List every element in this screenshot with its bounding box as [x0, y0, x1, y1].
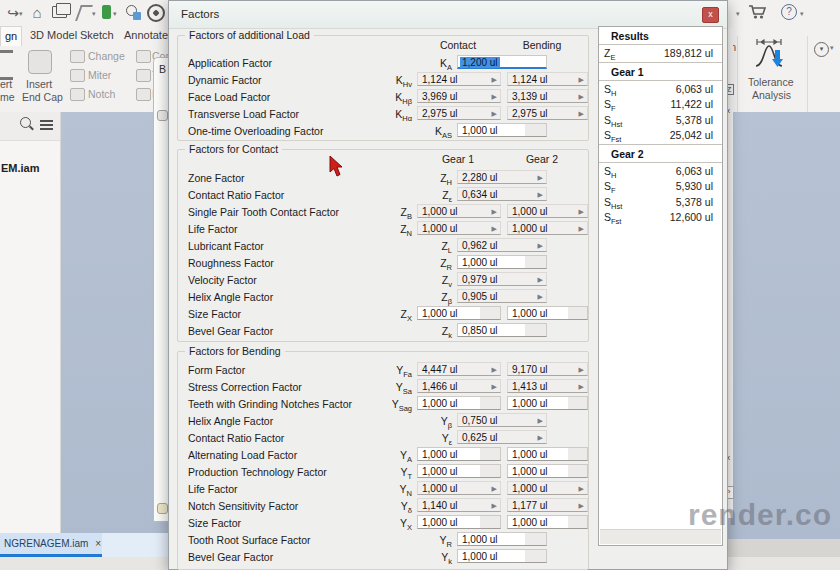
flyout-arrow-icon[interactable]: ▶: [492, 485, 497, 493]
factor-field[interactable]: 1,000 ul: [507, 447, 588, 461]
factor-field[interactable]: 1,000 ul: [507, 306, 588, 320]
flyout-arrow-icon[interactable]: ▶: [579, 366, 584, 374]
tab-design[interactable]: gn: [0, 26, 22, 46]
flyout-arrow-icon[interactable]: ▶: [492, 208, 497, 216]
flyout-arrow-icon[interactable]: ▶: [538, 276, 543, 284]
tab-3d-model[interactable]: 3D Model: [26, 26, 81, 45]
factor-field[interactable]: 1,000 ul: [457, 255, 547, 269]
factor-field[interactable]: 4,447 ul▶: [417, 362, 501, 376]
trim-icon[interactable]: [136, 69, 151, 82]
walk-icon[interactable]: [75, 5, 93, 21]
factor-field[interactable]: 1,000 ul: [417, 396, 501, 410]
close-tab-icon[interactable]: ×: [95, 538, 101, 549]
factor-field[interactable]: 0,625 ul▶: [457, 430, 547, 444]
flyout-arrow-icon[interactable]: ▶: [538, 242, 543, 250]
flyout-arrow-icon[interactable]: ▶: [492, 110, 497, 118]
factor-field[interactable]: 0,850 ul: [457, 323, 547, 337]
factor-field[interactable]: 1,000 ul: [417, 464, 501, 478]
change-button[interactable]: Change: [88, 50, 125, 62]
dropdown-icon[interactable]: ▾: [736, 10, 740, 18]
flyout-arrow-icon[interactable]: ▶: [538, 417, 543, 425]
factor-field[interactable]: 1,413 ul▶: [507, 379, 588, 393]
tab-sketch[interactable]: Sketch: [76, 26, 118, 45]
notch-button[interactable]: Notch: [88, 88, 115, 100]
factor-field[interactable]: 1,000 ul: [417, 447, 501, 461]
dialog-title-bar[interactable]: Factors x: [169, 1, 727, 29]
dropdown-icon[interactable]: ▾: [92, 10, 96, 18]
factor-field[interactable]: 3,969 ul▶: [417, 89, 501, 103]
flyout-arrow-icon[interactable]: ▶: [579, 225, 584, 233]
wheel-icon[interactable]: [147, 4, 165, 22]
document-tab[interactable]: NGRENAGEM.iam ×: [0, 533, 102, 557]
factor-field[interactable]: 1,000 ul▶: [417, 221, 501, 235]
ribbon-collapse-icon[interactable]: ▾: [814, 42, 829, 57]
close-icon[interactable]: x: [702, 7, 719, 23]
lengthen-icon[interactable]: [136, 88, 151, 101]
factor-field[interactable]: 1,000 ul: [507, 464, 588, 478]
flyout-arrow-icon[interactable]: ▶: [492, 383, 497, 391]
corner-joint-icon[interactable]: [136, 50, 151, 63]
flyout-arrow-icon[interactable]: ▶: [579, 502, 584, 510]
tab-annotate[interactable]: Annotate: [120, 26, 172, 45]
factor-field[interactable]: 3,139 ul▶: [507, 89, 588, 103]
factor-field[interactable]: 1,000 ul: [457, 549, 547, 563]
material-icon[interactable]: [102, 5, 111, 19]
factor-field[interactable]: 1,000 ul: [457, 532, 547, 546]
factor-field[interactable]: 1,000 ul▶: [507, 204, 588, 218]
factor-field[interactable]: 2,280 ul▶: [457, 170, 547, 184]
factor-field[interactable]: 9,170 ul▶: [507, 362, 588, 376]
factor-field[interactable]: 0,905 ul▶: [457, 289, 547, 303]
flyout-arrow-icon[interactable]: ▶: [579, 76, 584, 84]
factor-field[interactable]: 1,000 ul▶: [417, 204, 501, 218]
factor-field[interactable]: 1,140 ul▶: [417, 498, 501, 512]
flyout-arrow-icon[interactable]: ▶: [579, 208, 584, 216]
menu-icon[interactable]: [40, 120, 53, 130]
insert-end-cap-icon[interactable]: [28, 50, 52, 74]
factor-field[interactable]: 1,466 ul▶: [417, 379, 501, 393]
flyout-arrow-icon[interactable]: ▶: [492, 366, 497, 374]
factor-field[interactable]: 0,634 ul▶: [457, 187, 547, 201]
help-icon[interactable]: ?: [781, 4, 797, 20]
tolerance-analysis-button[interactable]: Analysis: [752, 89, 791, 101]
flyout-arrow-icon[interactable]: ▶: [492, 225, 497, 233]
flyout-arrow-icon[interactable]: ▶: [492, 502, 497, 510]
factor-field[interactable]: 1,000 ul: [457, 123, 547, 137]
factor-field[interactable]: 0,962 ul▶: [457, 238, 547, 252]
flyout-arrow-icon[interactable]: ▶: [492, 93, 497, 101]
copy-folders-icon[interactable]: [56, 3, 71, 15]
factor-field[interactable]: 0,750 ul▶: [457, 413, 547, 427]
flyout-arrow-icon[interactable]: ▶: [579, 383, 584, 391]
dropdown-icon[interactable]: ▾: [830, 44, 834, 52]
home-icon[interactable]: ⌂: [28, 4, 46, 22]
flyout-arrow-icon[interactable]: ▶: [492, 76, 497, 84]
cart-icon[interactable]: [748, 4, 768, 20]
tolerance-analysis-button[interactable]: Tolerance: [748, 76, 794, 88]
miter-icon[interactable]: [70, 69, 85, 82]
factor-field[interactable]: 1,200 ul: [457, 55, 547, 69]
flyout-arrow-icon[interactable]: ▶: [579, 93, 584, 101]
factor-field[interactable]: 2,975 ul▶: [507, 106, 588, 120]
factor-field[interactable]: 1,000 ul: [417, 515, 501, 529]
factor-field[interactable]: 1,124 ul▶: [417, 72, 501, 86]
dropdown-icon[interactable]: ▾: [19, 10, 23, 18]
search-icon[interactable]: [20, 117, 31, 128]
factor-field[interactable]: 1,000 ul▶: [507, 221, 588, 235]
change-icon[interactable]: [70, 50, 85, 63]
factor-field[interactable]: 1,000 ul▶: [417, 481, 501, 495]
dropdown-icon[interactable]: ▾: [800, 10, 804, 18]
factor-field[interactable]: 1,124 ul▶: [507, 72, 588, 86]
flyout-arrow-icon[interactable]: ▶: [538, 191, 543, 199]
factor-field[interactable]: 1,000 ul▶: [507, 481, 588, 495]
factor-field[interactable]: 1,000 ul: [507, 515, 588, 529]
flyout-arrow-icon[interactable]: ▶: [538, 293, 543, 301]
factor-field[interactable]: 0,979 ul▶: [457, 272, 547, 286]
insert-frame-icon[interactable]: [0, 50, 13, 80]
factor-field[interactable]: 1,000 ul: [417, 306, 501, 320]
factor-field[interactable]: 1,177 ul▶: [507, 498, 588, 512]
dropdown-icon[interactable]: ▾: [113, 10, 117, 18]
flyout-arrow-icon[interactable]: ▶: [579, 485, 584, 493]
notch-icon[interactable]: [70, 88, 85, 101]
flyout-arrow-icon[interactable]: ▶: [538, 174, 543, 182]
browser-document-node[interactable]: EM.iam: [1, 162, 40, 174]
factor-field[interactable]: 2,975 ul▶: [417, 106, 501, 120]
